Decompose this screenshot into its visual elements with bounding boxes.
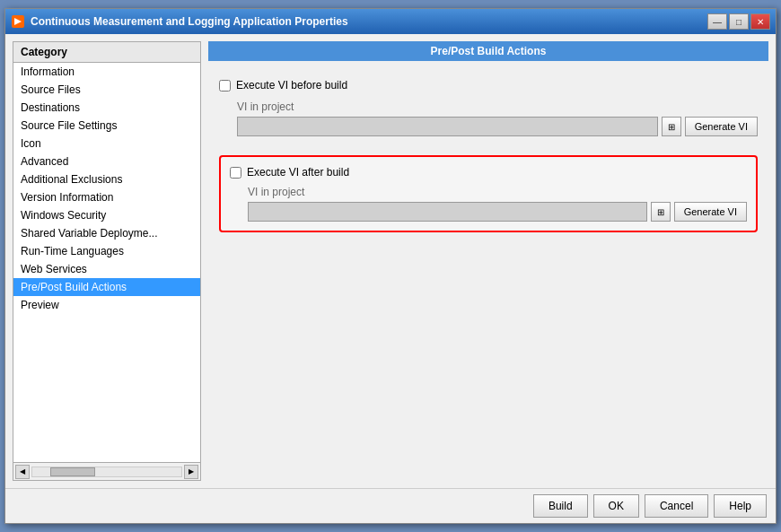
panel-title: Pre/Post Build Actions bbox=[208, 41, 768, 61]
sidebar-item-web-services[interactable]: Web Services bbox=[13, 260, 200, 278]
window-controls: — □ ✕ bbox=[707, 13, 770, 30]
sidebar-item-preview[interactable]: Preview bbox=[13, 296, 200, 314]
cancel-button[interactable]: Cancel bbox=[645, 494, 708, 518]
window-title: Continuous Measurement and Logging Appli… bbox=[31, 15, 707, 28]
maximize-button[interactable]: □ bbox=[729, 13, 749, 30]
execute-after-row: Execute VI after build bbox=[230, 166, 747, 179]
sidebar-item-shared-variable[interactable]: Shared Variable Deployme... bbox=[13, 224, 200, 242]
vi-after-row: ⊞ Generate VI bbox=[248, 202, 747, 222]
title-bar: Continuous Measurement and Logging Appli… bbox=[5, 9, 776, 34]
vi-after-section: VI in project ⊞ Generate VI bbox=[230, 186, 747, 222]
execute-after-checkbox[interactable] bbox=[230, 167, 241, 179]
vi-before-label: VI in project bbox=[237, 100, 758, 113]
vi-before-input[interactable] bbox=[237, 117, 658, 136]
sidebar-item-additional-exclusions[interactable]: Additional Exclusions bbox=[13, 170, 200, 188]
close-button[interactable]: ✕ bbox=[750, 13, 770, 30]
execute-after-label: Execute VI after build bbox=[247, 166, 349, 179]
generate-before-button[interactable]: Generate VI bbox=[685, 117, 758, 136]
sidebar-header: Category bbox=[13, 42, 200, 63]
sidebar-item-run-time-languages[interactable]: Run-Time Languages bbox=[13, 242, 200, 260]
vi-before-section: VI in project ⊞ Generate VI bbox=[219, 100, 758, 136]
sidebar-item-information[interactable]: Information bbox=[13, 63, 200, 81]
execute-before-label: Execute VI before build bbox=[236, 79, 347, 92]
execute-after-highlight-box: Execute VI after build VI in project ⊞ G… bbox=[219, 155, 758, 232]
panel-content: Execute VI before build VI in project ⊞ … bbox=[208, 68, 768, 481]
app-icon bbox=[11, 14, 25, 29]
sidebar-item-source-files[interactable]: Source Files bbox=[13, 81, 200, 99]
vi-before-row: ⊞ Generate VI bbox=[237, 117, 758, 136]
bottom-bar: Build OK Cancel Help bbox=[5, 488, 776, 523]
content-area: Category InformationSource FilesDestinat… bbox=[5, 34, 776, 488]
sidebar: Category InformationSource FilesDestinat… bbox=[13, 41, 201, 481]
sidebar-item-source-file-settings[interactable]: Source File Settings bbox=[13, 117, 200, 135]
help-button[interactable]: Help bbox=[714, 494, 767, 518]
execute-before-row: Execute VI before build bbox=[219, 79, 758, 92]
scroll-left-arrow[interactable]: ◀ bbox=[15, 465, 30, 479]
vi-before-browse-button[interactable]: ⊞ bbox=[662, 117, 681, 136]
execute-before-checkbox[interactable] bbox=[219, 80, 231, 92]
sidebar-scrollbar: ◀ ▶ bbox=[13, 462, 200, 480]
scroll-track[interactable] bbox=[31, 467, 182, 477]
build-button[interactable]: Build bbox=[533, 494, 588, 518]
minimize-button[interactable]: — bbox=[707, 13, 727, 30]
sidebar-item-version-information[interactable]: Version Information bbox=[13, 188, 200, 206]
sidebar-item-pre-post-build[interactable]: Pre/Post Build Actions bbox=[13, 278, 200, 296]
sidebar-item-icon[interactable]: Icon bbox=[13, 135, 200, 153]
application-window: Continuous Measurement and Logging Appli… bbox=[4, 8, 777, 524]
sidebar-item-advanced[interactable]: Advanced bbox=[13, 153, 200, 170]
divider bbox=[219, 145, 758, 146]
sidebar-list: InformationSource FilesDestinationsSourc… bbox=[13, 63, 200, 462]
generate-after-button[interactable]: Generate VI bbox=[674, 202, 747, 222]
vi-after-label: VI in project bbox=[248, 186, 747, 198]
vi-after-input[interactable] bbox=[248, 202, 647, 222]
main-panel: Pre/Post Build Actions Execute VI before… bbox=[208, 41, 768, 481]
scroll-thumb[interactable] bbox=[50, 467, 95, 476]
sidebar-item-windows-security[interactable]: Windows Security bbox=[13, 206, 200, 224]
sidebar-item-destinations[interactable]: Destinations bbox=[13, 99, 200, 117]
vi-after-browse-button[interactable]: ⊞ bbox=[651, 202, 671, 222]
scroll-right-arrow[interactable]: ▶ bbox=[184, 465, 198, 479]
ok-button[interactable]: OK bbox=[593, 494, 639, 518]
